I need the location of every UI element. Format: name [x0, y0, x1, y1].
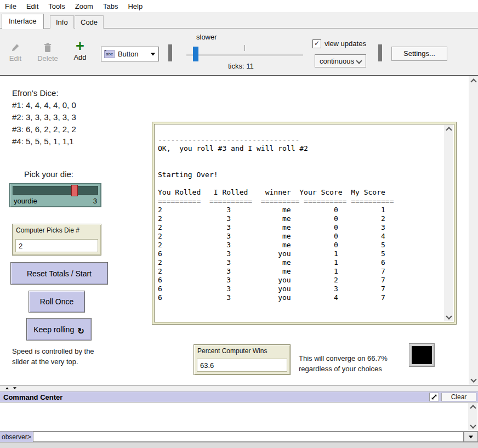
output-scrollbar[interactable] — [444, 125, 453, 321]
tab-interface[interactable]: Interface — [2, 14, 44, 29]
roll-once-button[interactable]: Roll Once — [29, 291, 85, 313]
delete-label: Delete — [37, 54, 58, 63]
button-widget-icon: *abc — [104, 50, 115, 58]
percent-wins-monitor-value: 63.6 — [197, 359, 287, 372]
trash-icon — [43, 41, 52, 53]
toolbar-separator — [378, 44, 382, 61]
keep-rolling-label: Keep rolling — [33, 325, 74, 334]
toolbar-separator — [168, 44, 172, 61]
world-view — [409, 343, 435, 367]
scroll-up-icon[interactable] — [470, 405, 476, 411]
widget-type-dropdown[interactable]: *abc Button — [101, 47, 159, 61]
command-center-splitter[interactable] — [0, 385, 478, 392]
netlogo-window: File Edit Tools Zoom Tabs Help Interface… — [0, 0, 478, 448]
menu-tabs[interactable]: Tabs — [98, 1, 123, 12]
splitter-down-icon[interactable] — [13, 387, 16, 389]
keep-rolling-button[interactable]: Keep rolling ↻ — [26, 318, 92, 341]
tab-info[interactable]: Info — [50, 15, 74, 29]
interface-canvas: Efron's Dice: #1: 4, 4, 4, 4, 0, 0 #2: 3… — [0, 76, 478, 385]
plus-icon: + — [76, 39, 84, 52]
converge-note: This will converge on 66.7% regardless o… — [299, 353, 388, 374]
view-updates-checkbox[interactable]: ✓ — [312, 39, 321, 48]
scroll-up-icon[interactable] — [446, 127, 452, 133]
view-updates-label: view updates — [325, 39, 366, 48]
speed-slider-center-tick — [244, 45, 245, 51]
edit-label: Edit — [9, 54, 21, 63]
menu-help[interactable]: Help — [123, 1, 147, 12]
chevron-down-icon — [151, 53, 155, 55]
settings-button[interactable]: Settings... — [391, 47, 447, 61]
output-text: --------------------------------- OK, yo… — [155, 124, 454, 304]
yourdie-slider-value: 3 — [93, 197, 97, 205]
command-input[interactable] — [33, 432, 464, 442]
command-input-row: observer> — [0, 432, 478, 442]
clear-button[interactable]: Clear — [441, 393, 476, 401]
forever-icon: ↻ — [77, 326, 84, 336]
window-bottom-strip — [0, 442, 478, 448]
yourdie-slider-handle[interactable] — [71, 185, 78, 196]
add-label: Add — [73, 53, 86, 61]
scroll-down-icon[interactable] — [446, 313, 452, 319]
tab-code[interactable]: Code — [75, 15, 104, 29]
reset-totals-button[interactable]: Reset Totals / Start — [10, 262, 108, 285]
menu-tools[interactable]: Tools — [43, 1, 70, 12]
scroll-down-icon[interactable] — [470, 376, 476, 382]
menu-zoom[interactable]: Zoom — [70, 1, 98, 12]
widget-type-value: Button — [118, 50, 147, 58]
yourdie-slider[interactable]: yourdie 3 — [9, 183, 101, 207]
computer-die-monitor: Computer Picks Die # 2 — [12, 224, 101, 256]
interface-toolbar: Edit Delete + Add *abc Button slower tic… — [0, 29, 478, 76]
roll-once-label: Roll Once — [40, 297, 73, 306]
update-mode-value: continuous — [320, 57, 354, 65]
reset-totals-label: Reset Totals / Start — [27, 269, 92, 278]
delete-widget-button[interactable]: Delete — [34, 41, 61, 63]
percent-wins-monitor-label: Percent Computer Wins — [194, 345, 290, 355]
world-view-canvas — [412, 346, 432, 364]
computer-die-monitor-label: Computer Picks Die # — [13, 224, 101, 234]
computer-die-monitor-value: 2 — [15, 239, 98, 252]
menu-file[interactable]: File — [0, 1, 21, 12]
speed-slower-label: slower — [196, 33, 217, 41]
pick-die-note: Pick your die: — [24, 169, 73, 179]
ticks-counter: ticks: 11 — [228, 62, 254, 70]
speed-control-note: Speed is controlled by the slider at the… — [12, 346, 94, 367]
command-output-scrollbar[interactable] — [468, 403, 477, 430]
command-center-title: Command Center — [0, 392, 478, 401]
chevron-down-icon — [356, 58, 362, 64]
tab-strip: Interface Info Code — [0, 12, 478, 29]
output-widget: --------------------------------- OK, yo… — [152, 122, 457, 325]
percent-wins-monitor: Percent Computer Wins 63.6 — [194, 344, 291, 375]
expand-icon[interactable] — [429, 393, 439, 401]
history-dropdown-icon — [469, 435, 473, 438]
observer-prompt: observer> — [0, 432, 33, 442]
menu-bar: File Edit Tools Zoom Tabs Help — [0, 0, 478, 12]
dice-note: Efron's Dice: #1: 4, 4, 4, 4, 0, 0 #2: 3… — [12, 87, 76, 148]
scroll-up-icon[interactable] — [470, 78, 476, 84]
menu-edit[interactable]: Edit — [21, 1, 43, 12]
add-widget-button[interactable]: + Add — [69, 39, 91, 61]
splitter-up-icon[interactable] — [5, 387, 9, 389]
speed-slider-track[interactable] — [186, 54, 303, 56]
main-scrollbar[interactable] — [469, 76, 478, 385]
scroll-down-icon[interactable] — [470, 422, 476, 428]
command-history-button[interactable] — [464, 432, 478, 442]
speed-slider-handle[interactable] — [193, 47, 198, 61]
pencil-icon — [10, 41, 20, 53]
update-mode-dropdown[interactable]: continuous — [315, 54, 366, 67]
command-center-header: Command Center Clear — [0, 392, 478, 402]
command-center-output — [0, 402, 478, 432]
yourdie-slider-label: yourdie — [14, 197, 37, 205]
yourdie-slider-track[interactable] — [13, 186, 98, 195]
edit-widget-button[interactable]: Edit — [3, 41, 27, 63]
